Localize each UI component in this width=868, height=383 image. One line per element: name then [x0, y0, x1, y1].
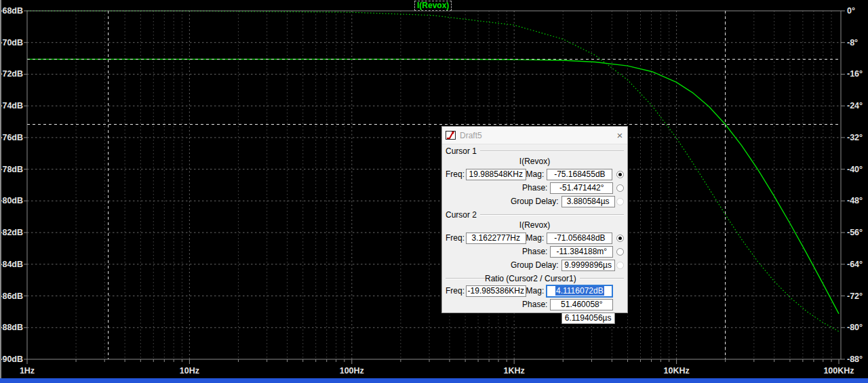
cursor1-phase-radio[interactable]: [616, 184, 624, 192]
cursor1-crosshair[interactable]: [27, 11, 841, 359]
cursor2-mag-radio[interactable]: [616, 235, 624, 242]
x-tick-label: 100KHz: [823, 366, 854, 376]
y-left-tick-label: -68dB: [0, 6, 23, 16]
ratio-freq-field[interactable]: -19.985386KHz: [466, 285, 526, 297]
y-left-tick-label: -90dB: [0, 355, 23, 364]
phase-label: Phase:: [522, 247, 550, 256]
mag-label: Mag:: [526, 286, 547, 296]
cursor2-phase-radio[interactable]: [616, 248, 624, 256]
cursor1-phase-field[interactable]: -51.471442°: [550, 182, 613, 194]
cursor1-section: Cursor 1 I(Revox) Freq: 19.988548KHz Mag…: [442, 146, 627, 208]
y-left-tick-label: -76dB: [0, 133, 23, 142]
ratio-header: Ratio (Cursor2 / Cursor1): [485, 274, 576, 283]
y-left-tick-label: -78dB: [0, 165, 23, 174]
y-right-tick-label: -40°: [847, 165, 863, 174]
ratio-phase-field[interactable]: 51.460058°: [550, 299, 613, 310]
dialog-title: Draft5: [460, 131, 612, 140]
y-right-tick-label: -32°: [847, 133, 863, 142]
groupbox-line: [580, 278, 624, 279]
selected-text: 4.1116072dB: [555, 286, 604, 296]
ratio-group-delay-field[interactable]: 6.1194056µs: [561, 313, 615, 324]
group-delay-label: Group Delay:: [511, 313, 561, 323]
ltspice-waveform-window: -68dB-70dB-72dB-74dB-76dB-78dB-80dB-82dB…: [0, 0, 868, 383]
cursor-readout-dialog: Draft5 × Cursor 1 I(Revox) Freq: 19.9885…: [441, 126, 628, 313]
groupbox-line: [480, 150, 624, 152]
cursor2-group-delay-field[interactable]: 9.9999896µs: [561, 260, 615, 271]
y-right-tick-label: -88°: [847, 355, 863, 364]
freq-label: Freq:: [446, 286, 466, 296]
x-tick-label: 10KHz: [663, 366, 689, 376]
waveform-plot[interactable]: -68dB-70dB-72dB-74dB-76dB-78dB-80dB-82dB…: [0, 0, 868, 383]
cursor1-group-delay-field[interactable]: 3.880584µs: [561, 196, 615, 207]
cursor2-section: Cursor 2 I(Revox) Freq: 3.1622777Hz Mag:…: [442, 209, 627, 272]
y-left-tick-label: -84dB: [0, 260, 23, 269]
cursor1-trace-name: I(Revox): [446, 157, 624, 167]
cursor2-group-delay-radio: [616, 262, 624, 269]
cursor2-trace-name: I(Revox): [446, 220, 624, 231]
cursor1-freq-field[interactable]: 19.988548KHz: [466, 169, 526, 180]
mag-label: Mag:: [526, 233, 547, 243]
ratio-section: Ratio (Cursor2 / Cursor1) Freq: -19.9853…: [442, 273, 627, 325]
y-left-tick-label: -72dB: [0, 69, 23, 79]
group-delay-label: Group Delay:: [511, 197, 561, 206]
close-icon[interactable]: ×: [612, 130, 627, 140]
group-delay-label: Group Delay:: [511, 260, 561, 270]
magnitude-trace[interactable]: [27, 59, 839, 314]
cursor1-group-delay-radio: [616, 198, 624, 205]
y-left-tick-label: -86dB: [0, 291, 23, 301]
freq-label: Freq:: [446, 169, 466, 179]
ratio-mag-field[interactable]: 4.1116072dB: [547, 285, 612, 297]
y-right-tick-label: -64°: [847, 260, 863, 269]
y-left-tick-label: -74dB: [0, 101, 23, 110]
axis-ticks: [24, 11, 845, 364]
cursor1-header: Cursor 1: [446, 146, 477, 156]
cursor2-freq-field[interactable]: 3.1622777Hz: [466, 233, 526, 244]
cursor2-crosshair[interactable]: [27, 11, 841, 359]
y-right-tick-label: -24°: [847, 101, 863, 110]
x-tick-label: 1Hz: [20, 366, 35, 376]
ltspice-app-icon: [446, 131, 456, 140]
y-left-tick-label: -70dB: [0, 38, 23, 47]
cursor2-header: Cursor 2: [446, 210, 477, 220]
dialog-titlebar[interactable]: Draft5 ×: [442, 127, 627, 144]
x-tick-label: 10Hz: [180, 366, 199, 376]
y-right-tick-label: -72°: [847, 291, 863, 301]
trace-name-label[interactable]: I(Revox): [414, 1, 452, 11]
y-right-tick-label: -16°: [847, 69, 863, 79]
y-right-tick-label: -48°: [847, 196, 863, 205]
mag-label: Mag:: [526, 169, 547, 179]
groupbox-line: [446, 278, 485, 279]
y-right-tick-label: -8°: [847, 38, 858, 47]
grid-horizontal: [27, 43, 841, 328]
y-left-tick-label: -88dB: [0, 323, 23, 332]
window-left-edge: [0, 0, 1, 378]
y-right-tick-label: 0°: [847, 6, 855, 16]
cursor1-mag-field[interactable]: -75.168455dB: [547, 169, 612, 180]
groupbox-line: [480, 214, 624, 216]
y-left-tick-label: -82dB: [0, 228, 23, 237]
cursor1-mag-radio[interactable]: [616, 171, 624, 178]
x-tick-label: 1KHz: [504, 366, 525, 376]
y-right-tick-label: -80°: [847, 323, 863, 332]
phase-label: Phase:: [522, 300, 550, 309]
cursor2-phase-field[interactable]: -11.384188m°: [550, 246, 613, 258]
x-tick-label: 100Hz: [340, 366, 364, 376]
window-bottom-strip: [0, 378, 868, 383]
cursor2-mag-field[interactable]: -71.056848dB: [547, 233, 612, 244]
plot-border: [27, 11, 841, 359]
y-left-tick-label: -80dB: [0, 196, 23, 205]
y-right-tick-label: -56°: [847, 228, 863, 237]
freq-label: Freq:: [446, 233, 466, 243]
phase-label: Phase:: [522, 183, 550, 193]
